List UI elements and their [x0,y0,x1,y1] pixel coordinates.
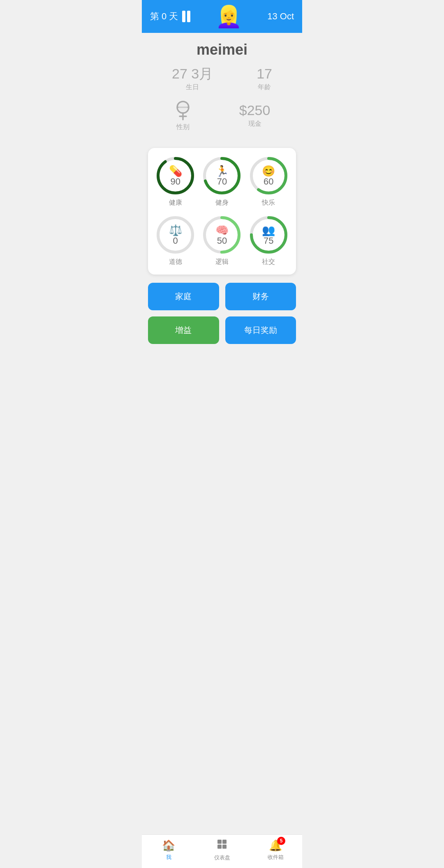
pause-bar-2 [187,11,190,22]
circle-fitness: 🏃 70 [202,156,241,195]
stat-label-social: 社交 [262,258,275,266]
circle-inner-fitness: 🏃 70 [202,156,241,195]
circle-inner-moral: ⚖️ 0 [156,215,195,254]
header: 第 0 天 👱‍♀️ 13 Oct [142,0,302,33]
boost-button[interactable]: 增益 [148,316,219,344]
circle-inner-happy: 😊 60 [249,156,288,195]
header-left: 第 0 天 [150,10,190,23]
btn-row-1: 家庭 财务 [148,283,296,310]
stat-value-logic: 50 [217,236,227,245]
circle-moral: ⚖️ 0 [156,215,195,254]
stat-circle-social: 👥 75 社交 [247,215,290,266]
profile-stats: 27 3月 生日 17 年龄 [150,67,294,92]
stat-circle-fitness: 🏃 70 健身 [201,156,243,207]
stat-circle-logic: 🧠 50 逻辑 [201,215,243,266]
stats-grid: 💊 90 健康 🏃 70 健身 [154,156,290,266]
age-value: 17 [257,67,272,81]
circle-inner-logic: 🧠 50 [202,215,241,254]
profile-row2: 性别 $250 现金 [150,100,294,132]
family-button[interactable]: 家庭 [148,283,219,310]
gender-icon [174,100,192,121]
stat-value-social: 75 [264,236,273,245]
header-date: 13 Oct [267,11,294,22]
btn-row-2: 增益 每日奖励 [148,316,296,344]
stat-emoji-happy: 😊 [262,166,275,176]
stat-emoji-moral: ⚖️ [169,225,182,235]
stat-emoji-fitness: 🏃 [215,166,229,176]
stat-value-health: 90 [170,177,180,186]
stat-value-moral: 0 [173,236,178,245]
circle-social: 👥 75 [249,215,288,254]
gender-item: 性别 [174,100,192,132]
svg-point-4 [178,103,187,112]
age-stat: 17 年龄 [257,67,272,92]
avatar[interactable]: 👱‍♀️ [215,6,242,27]
circle-inner-social: 👥 75 [249,215,288,254]
cash-label: 现金 [239,120,271,128]
stats-card: 💊 90 健康 🏃 70 健身 [148,148,296,275]
stat-circle-moral: ⚖️ 0 道德 [154,215,197,266]
cash-item: $250 现金 [239,103,271,128]
cash-value: $250 [239,103,271,117]
circle-health: 💊 90 [156,156,195,195]
age-label: 年龄 [257,83,272,92]
profile-name: meimei [150,41,294,58]
circle-logic: 🧠 50 [202,215,241,254]
stat-emoji-social: 👥 [262,225,275,235]
main-content: meimei 27 3月 生日 17 年龄 [142,33,302,383]
stat-label-logic: 逻辑 [215,258,229,266]
stat-emoji-logic: 🧠 [215,225,229,235]
stat-label-moral: 道德 [169,258,182,266]
stat-value-happy: 60 [264,177,273,186]
stat-value-fitness: 70 [217,177,227,186]
gender-label: 性别 [174,123,192,132]
stat-label-health: 健康 [169,199,182,207]
pause-bar-1 [182,11,185,22]
circle-happy: 😊 60 [249,156,288,195]
stat-label-fitness: 健身 [215,199,229,207]
pause-icon[interactable] [182,11,190,22]
circle-inner-health: 💊 90 [156,156,195,195]
stat-circle-health: 💊 90 健康 [154,156,197,207]
profile-section: meimei 27 3月 生日 17 年龄 [142,33,302,144]
day-label: 第 0 天 [150,10,178,23]
birthday-label: 生日 [172,83,213,92]
stat-emoji-health: 💊 [169,166,182,176]
finance-button[interactable]: 财务 [225,283,296,310]
stat-circle-happy: 😊 60 快乐 [247,156,290,207]
daily-button[interactable]: 每日奖励 [225,316,296,344]
buttons-section: 家庭 财务 增益 每日奖励 [142,283,302,344]
stat-label-happy: 快乐 [262,199,275,207]
birthday-value: 27 3月 [172,67,213,81]
birthday-stat: 27 3月 生日 [172,67,213,92]
